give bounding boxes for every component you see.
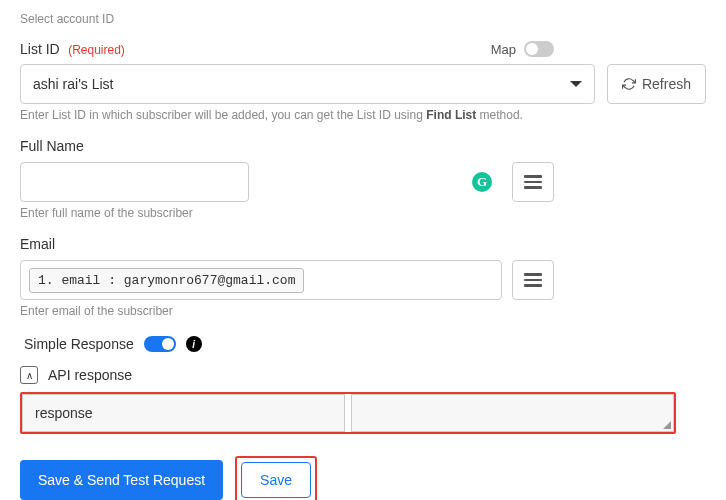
api-response-grid: response: [20, 392, 676, 434]
list-id-hint: Enter List ID in which subscriber will b…: [20, 108, 706, 122]
simple-response-label: Simple Response: [24, 336, 134, 352]
select-account-hint: Select account ID: [20, 12, 706, 26]
fullname-mapping-button[interactable]: [512, 162, 554, 202]
response-key-cell[interactable]: response: [22, 394, 345, 432]
list-id-select[interactable]: ashi rai's List: [20, 64, 595, 104]
info-icon[interactable]: i: [186, 336, 202, 352]
map-toggle[interactable]: [524, 41, 554, 57]
api-response-label: API response: [48, 367, 132, 383]
email-input[interactable]: 1. email : garymonro677@gmail.com: [20, 260, 502, 300]
map-label: Map: [491, 42, 516, 57]
collapse-toggle[interactable]: ∧: [20, 366, 38, 384]
list-id-label: List ID: [20, 41, 60, 57]
chevron-down-icon: [570, 81, 582, 87]
fullname-input[interactable]: [20, 162, 249, 202]
refresh-icon: [622, 77, 636, 91]
email-mapping-button[interactable]: [512, 260, 554, 300]
required-badge: (Required): [68, 43, 125, 57]
refresh-label: Refresh: [642, 76, 691, 92]
email-chip[interactable]: 1. email : garymonro677@gmail.com: [29, 268, 304, 293]
fullname-hint: Enter full name of the subscriber: [20, 206, 706, 220]
list-id-header: List ID (Required) Map: [20, 40, 554, 58]
save-button[interactable]: Save: [241, 462, 311, 498]
simple-response-toggle[interactable]: [144, 336, 176, 352]
fullname-label: Full Name: [20, 138, 706, 154]
grammarly-icon: G: [472, 172, 492, 192]
response-value-cell[interactable]: [351, 394, 674, 432]
refresh-button[interactable]: Refresh: [607, 64, 706, 104]
list-id-value: ashi rai's List: [33, 76, 113, 92]
email-hint: Enter email of the subscriber: [20, 304, 706, 318]
save-send-test-button[interactable]: Save & Send Test Request: [20, 460, 223, 500]
save-highlight-box: Save: [235, 456, 317, 500]
email-label: Email: [20, 236, 706, 252]
